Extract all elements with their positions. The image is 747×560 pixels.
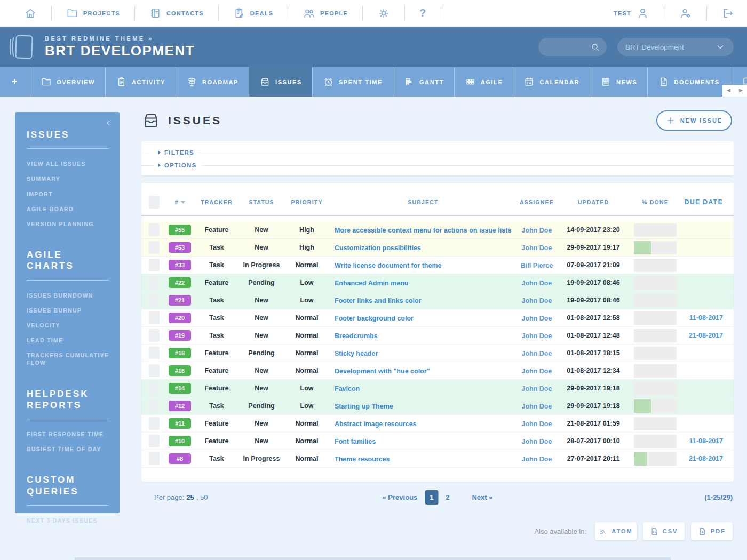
export-atom-button[interactable]: ATOM [595,522,637,540]
row-checkbox[interactable] [149,329,160,342]
table-row[interactable]: #10 Feature New Normal Font families Joh… [141,433,734,450]
scroll-right-arrow-icon[interactable]: ▶ [739,87,743,93]
issue-id-badge[interactable]: #16 [169,365,191,376]
new-issue-button[interactable]: NEW ISSUE [656,110,732,131]
issue-assignee-link[interactable]: John Doe [522,279,552,287]
col-id[interactable]: # [167,199,193,205]
col-updated[interactable]: UPDATED [559,199,628,205]
row-checkbox[interactable] [149,223,160,236]
table-row[interactable]: #12 Task Pending Low Starting up Theme J… [141,397,734,415]
table-row[interactable]: #18 Feature Pending Normal Sticky header… [141,345,734,362]
issue-subject-link[interactable]: Abstract image resources [335,420,417,428]
row-checkbox[interactable] [149,311,160,324]
next-page-link[interactable]: Next » [472,493,492,501]
table-row[interactable]: #14 Feature New Low Favicon John Doe 29-… [141,380,734,397]
table-row[interactable]: #20 Task New Normal Footer background co… [141,309,734,327]
issue-id-badge[interactable]: #14 [169,383,191,394]
prev-page-link[interactable]: « Previous [382,493,417,501]
sidebar-link[interactable]: TRACKERS CUMULATIVE FLOW [27,351,109,366]
issue-id-badge[interactable]: #22 [169,277,191,288]
col-status[interactable]: STATUS [241,199,282,205]
people-button[interactable]: PEOPLE [288,7,362,20]
issue-id-badge[interactable]: #10 [169,436,191,446]
issue-subject-link[interactable]: Footer background color [335,315,414,322]
table-row[interactable]: #21 Task New Low Footer links and links … [141,292,734,309]
issue-subject-link[interactable]: Footer links and links color [335,297,422,305]
tab-documents[interactable]: DOCUMENTS [647,67,729,97]
issue-subject-link[interactable]: Font families [335,438,376,445]
tab-roadmap[interactable]: ROADMAP [176,67,249,97]
table-row[interactable]: #55 Feature New High More accessible con… [141,221,734,239]
tab-spent-time[interactable]: SPENT TIME [312,67,393,97]
issue-id-badge[interactable]: #11 [169,418,191,429]
sidebar-link[interactable]: ISSUES BURNUP [27,307,109,314]
sidebar-link[interactable]: VIEW ALL ISSUES [27,160,109,167]
select-all-checkbox[interactable] [149,196,160,209]
logout-button[interactable] [707,7,737,20]
row-checkbox[interactable] [149,364,160,377]
search-icon[interactable] [590,42,600,52]
issue-assignee-link[interactable]: John Doe [522,420,552,428]
contacts-button[interactable]: CONTACTS [135,7,218,19]
table-row[interactable]: #33 Task In Progress Normal Write licens… [141,257,734,274]
issue-assignee-link[interactable]: John Doe [522,227,552,234]
issue-assignee-link[interactable]: John Doe [522,244,552,252]
home-button[interactable] [10,7,51,20]
sidebar-link[interactable]: SUMMARY [27,175,109,182]
settings-button[interactable] [363,7,404,20]
row-checkbox[interactable] [149,435,160,447]
tab-activity[interactable]: ACTIVITY [105,67,176,97]
tab-overview[interactable]: OVERVIEW [30,67,105,97]
issue-subject-link[interactable]: Sticky header [335,350,378,357]
row-checkbox[interactable] [149,294,160,307]
issue-id-badge[interactable]: #53 [169,242,191,253]
tab-add[interactable]: + [0,67,30,97]
sidebar-link[interactable]: VERSION PLANNING [27,220,109,228]
options-toggle[interactable]: OPTIONS [153,162,202,169]
col-subject[interactable]: SUBJECT [331,199,515,205]
sidebar-link[interactable]: AGILE BOARD [27,205,109,213]
issue-subject-link[interactable]: Starting up Theme [335,403,393,410]
issue-assignee-link[interactable]: John Doe [522,332,552,340]
row-checkbox[interactable] [149,259,160,271]
account-settings-button[interactable] [664,6,706,20]
sidebar-link[interactable]: VELOCITY [27,322,109,329]
table-row[interactable]: #8 Task In Progress Normal Theme resourc… [141,450,734,468]
issue-subject-link[interactable]: Breadcrumbs [335,332,378,340]
issue-id-badge[interactable]: #33 [169,260,191,270]
sidebar-link[interactable]: BUSIEST TIME OF DAY [27,445,109,453]
scroll-left-arrow-icon[interactable]: ◀ [727,87,730,93]
row-checkbox[interactable] [149,347,160,359]
row-checkbox[interactable] [149,276,160,289]
deals-button[interactable]: DEALS [219,7,288,19]
sidebar-collapse-icon[interactable] [104,118,113,127]
table-row[interactable]: #16 Feature New Normal Development with … [141,362,734,380]
tab-news[interactable]: NEWS [590,67,647,97]
sidebar-link[interactable]: ISSUES BURNDOWN [27,292,109,299]
issue-subject-link[interactable]: Customization possibilities [335,244,421,252]
row-checkbox[interactable] [149,241,160,254]
col-done[interactable]: % DONE [628,199,682,205]
row-checkbox[interactable] [149,452,160,465]
project-selector[interactable]: BRT Development [617,38,734,56]
help-button[interactable]: ? [405,7,441,19]
row-checkbox[interactable] [149,417,160,430]
export-pdf-button[interactable]: PDF [691,522,733,540]
issue-subject-link[interactable]: Write license document for theme [335,262,442,269]
issue-id-badge[interactable]: #21 [169,295,191,306]
issue-subject-link[interactable]: More accessible context menu for actions… [335,227,511,234]
tab-calendar[interactable]: CALENDAR [513,67,590,97]
issue-id-badge[interactable]: #18 [169,348,191,358]
sidebar-link[interactable]: IMPORT [27,190,109,198]
issue-assignee-link[interactable]: John Doe [522,438,552,445]
per-page-current[interactable]: 25 [186,493,194,501]
issue-assignee-link[interactable]: John Doe [522,367,552,375]
col-due-date[interactable]: DUE DATE [682,198,734,206]
issue-id-badge[interactable]: #19 [169,330,191,341]
col-assignee[interactable]: ASSIGNEE [515,199,559,205]
issue-assignee-link[interactable]: John Doe [522,385,552,393]
export-csv-button[interactable]: CSV [643,522,685,540]
issue-subject-link[interactable]: Theme resources [335,455,390,463]
issue-assignee-link[interactable]: John Doe [522,315,552,322]
per-page-option-50[interactable]: , 50 [196,493,208,501]
